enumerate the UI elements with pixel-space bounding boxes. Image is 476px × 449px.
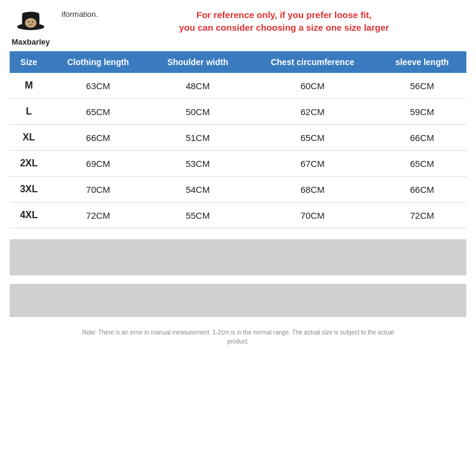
notice-line1: For reference only, if you prefer loose … bbox=[104, 8, 464, 21]
data-cell: 69CM bbox=[48, 151, 148, 177]
table-header: Size Clothing length Shoulder width Ches… bbox=[10, 51, 466, 73]
data-cell: 53CM bbox=[148, 151, 247, 177]
data-cell: 60CM bbox=[247, 73, 378, 99]
logo-area: Maxbarley bbox=[10, 7, 52, 46]
col-sleeve-length: sleeve length bbox=[378, 51, 466, 73]
header-notice: For reference only, if you prefer loose … bbox=[104, 7, 464, 34]
data-cell: 72CM bbox=[48, 203, 148, 228]
page: Maxbarley iformation. For reference only… bbox=[0, 0, 476, 449]
table-row: 3XL70CM54CM68CM66CM bbox=[10, 177, 466, 203]
header-info: iformation. bbox=[61, 7, 98, 19]
header: Maxbarley iformation. For reference only… bbox=[0, 0, 476, 51]
note-area: Note: There is an error in manual measur… bbox=[0, 322, 476, 346]
logo-text: Maxbarley bbox=[11, 37, 50, 46]
col-size: Size bbox=[10, 51, 48, 73]
data-cell: 62CM bbox=[247, 99, 378, 125]
svg-point-3 bbox=[25, 18, 36, 28]
data-cell: 55CM bbox=[148, 203, 247, 228]
size-cell: 3XL bbox=[10, 177, 48, 203]
table-row: XL66CM51CM65CM66CM bbox=[10, 125, 466, 151]
size-cell: 4XL bbox=[10, 203, 48, 228]
data-cell: 68CM bbox=[247, 177, 378, 203]
size-cell: 2XL bbox=[10, 151, 48, 177]
grey-band-2 bbox=[10, 284, 466, 317]
data-cell: 50CM bbox=[148, 99, 247, 125]
notice-line2: you can consider choosing a size one siz… bbox=[104, 21, 464, 34]
note-text: Note: There is an error in manual measur… bbox=[72, 328, 404, 346]
col-shoulder-width: Shoulder width bbox=[148, 51, 247, 73]
size-cell: L bbox=[10, 99, 48, 125]
table-body: M63CM48CM60CM56CML65CM50CM62CM59CMXL66CM… bbox=[10, 73, 466, 228]
info-text: iformation. bbox=[61, 10, 98, 19]
data-cell: 72CM bbox=[378, 203, 466, 228]
data-cell: 66CM bbox=[378, 177, 466, 203]
table-row: 4XL72CM55CM70CM72CM bbox=[10, 203, 466, 228]
svg-point-5 bbox=[32, 21, 33, 22]
data-cell: 51CM bbox=[148, 125, 247, 151]
logo-icon bbox=[16, 7, 45, 36]
table-row: L65CM50CM62CM59CM bbox=[10, 99, 466, 125]
data-cell: 63CM bbox=[48, 73, 148, 99]
data-cell: 56CM bbox=[378, 73, 466, 99]
data-cell: 70CM bbox=[48, 177, 148, 203]
table-row: M63CM48CM60CM56CM bbox=[10, 73, 466, 99]
data-cell: 70CM bbox=[247, 203, 378, 228]
data-cell: 48CM bbox=[148, 73, 247, 99]
data-cell: 66CM bbox=[48, 125, 148, 151]
header-row: Size Clothing length Shoulder width Ches… bbox=[10, 51, 466, 73]
data-cell: 66CM bbox=[378, 125, 466, 151]
data-cell: 65CM bbox=[247, 125, 378, 151]
size-cell: M bbox=[10, 73, 48, 99]
svg-point-2 bbox=[22, 12, 40, 17]
data-cell: 65CM bbox=[378, 151, 466, 177]
col-clothing-length: Clothing length bbox=[48, 51, 148, 73]
grey-band-1 bbox=[10, 239, 466, 275]
size-table: Size Clothing length Shoulder width Ches… bbox=[10, 51, 466, 228]
size-table-container: Size Clothing length Shoulder width Ches… bbox=[0, 51, 476, 228]
col-chest-circumference: Chest circumference bbox=[247, 51, 378, 73]
data-cell: 59CM bbox=[378, 99, 466, 125]
data-cell: 65CM bbox=[48, 99, 148, 125]
data-cell: 54CM bbox=[148, 177, 247, 203]
svg-point-4 bbox=[28, 21, 30, 22]
data-cell: 67CM bbox=[247, 151, 378, 177]
table-row: 2XL69CM53CM67CM65CM bbox=[10, 151, 466, 177]
size-cell: XL bbox=[10, 125, 48, 151]
